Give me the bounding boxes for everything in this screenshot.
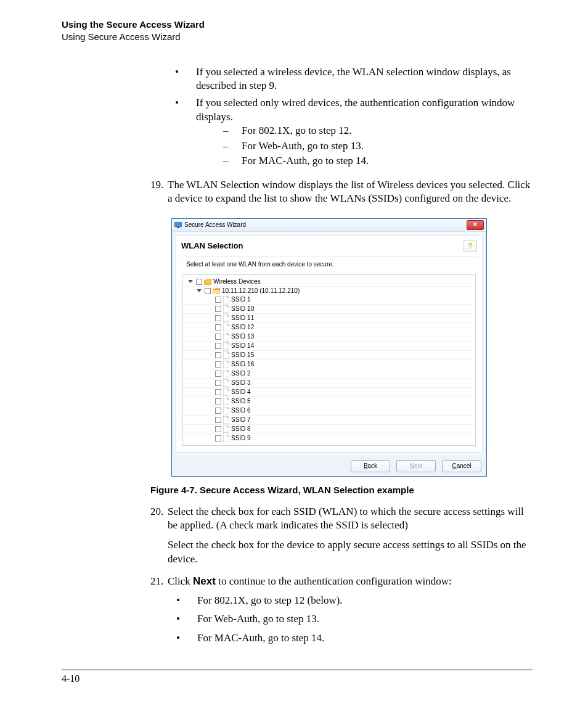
tree-row-ssid[interactable]: SSID 6 — [183, 406, 475, 415]
file-icon — [223, 333, 229, 340]
cancel-button[interactable]: Cancel — [442, 460, 481, 472]
tree-row-ssid[interactable]: SSID 13 — [183, 332, 475, 341]
checkbox[interactable] — [215, 389, 221, 395]
folder-open-icon — [213, 288, 220, 294]
tree-row-ssid[interactable]: SSID 5 — [183, 396, 475, 406]
sub-bullet-text: For MAC-Auth, go to step 14. — [197, 631, 324, 645]
tree-row-ssid[interactable]: SSID 8 — [183, 424, 475, 433]
tree-row-ssid[interactable]: SSID 2 — [183, 369, 475, 378]
bullet-icon: • — [166, 65, 196, 93]
checkbox[interactable] — [215, 426, 221, 432]
bullet-list-top: • If you selected a wireless device, the… — [166, 65, 533, 170]
file-icon — [223, 379, 229, 387]
tree-label: SSID 11 — [231, 314, 254, 322]
checkbox[interactable] — [215, 334, 221, 340]
file-icon — [223, 370, 229, 377]
sub-bullet-text: For 802.1X, go to step 12. — [242, 124, 352, 138]
page-header-subtitle: Using Secure Access Wizard — [62, 31, 533, 43]
step-text: Select the check box for each SSID (WLAN… — [168, 505, 533, 533]
checkbox[interactable] — [215, 380, 221, 386]
tree-label: SSID 3 — [231, 379, 251, 387]
dash-icon: – — [217, 124, 242, 138]
tree-row-ssid[interactable]: SSID 14 — [183, 341, 475, 350]
expand-icon[interactable] — [188, 280, 193, 283]
expand-icon[interactable] — [197, 289, 202, 292]
step-text: Select the check box for the device to a… — [168, 538, 533, 566]
checkbox[interactable] — [215, 315, 221, 321]
checkbox[interactable] — [215, 352, 221, 358]
tree-label: SSID 2 — [231, 369, 251, 377]
bullet-icon: • — [166, 96, 196, 169]
file-icon — [223, 407, 229, 414]
tree-label: SSID 10 — [231, 305, 254, 313]
wizard-subtext: Select at least one WLAN from each devic… — [186, 260, 477, 268]
tree-row-ssid[interactable]: SSID 4 — [183, 387, 475, 396]
checkbox[interactable] — [215, 398, 221, 404]
checkbox[interactable] — [205, 288, 211, 294]
checkbox[interactable] — [215, 297, 221, 303]
checkbox[interactable] — [215, 417, 221, 423]
tree-row-ssid[interactable]: SSID 9 — [183, 433, 475, 443]
tree-row-ssid[interactable]: SSID 1 — [183, 295, 475, 304]
tree-label: SSID 15 — [231, 351, 254, 359]
tree-row-ssid[interactable]: SSID 16 — [183, 359, 475, 369]
tree-row-ssid[interactable]: SSID 7 — [183, 415, 475, 424]
sub-bullet-text: For 802.1X, go to step 12 (below). — [197, 594, 343, 607]
checkbox[interactable] — [196, 279, 202, 285]
checkbox[interactable] — [215, 361, 221, 367]
checkbox[interactable] — [215, 343, 221, 349]
figure-wizard: Secure Access Wizard ✕ WLAN Selection ? … — [171, 218, 533, 477]
svg-rect-0 — [174, 222, 182, 227]
page-number: 4-10 — [62, 672, 80, 685]
file-icon — [223, 361, 229, 368]
tree-row-ssid[interactable]: SSID 3 — [183, 378, 475, 387]
bullet-text: If you selected only wired devices, the … — [196, 96, 533, 124]
help-icon: ? — [467, 242, 473, 250]
wizard-title: Secure Access Wizard — [184, 221, 246, 229]
tree-row-ssid[interactable]: SSID 15 — [183, 350, 475, 359]
tree-label: SSID 7 — [231, 416, 251, 424]
checkbox[interactable] — [215, 324, 221, 330]
file-icon — [223, 296, 229, 303]
checkbox[interactable] — [215, 408, 221, 414]
monitor-icon — [174, 222, 182, 228]
file-icon — [223, 416, 229, 424]
tree-row-root[interactable]: Wireless Devices — [183, 277, 475, 286]
step-number: 20. — [150, 505, 168, 567]
step-text: Click Next to continue to the authentica… — [168, 575, 533, 588]
tree-row-device[interactable]: 10.11.12.210 (10.11.12.210) — [183, 286, 475, 295]
file-icon — [223, 324, 229, 331]
back-button[interactable]: Back — [351, 460, 390, 472]
checkbox[interactable] — [215, 435, 221, 441]
file-icon — [223, 435, 229, 442]
tree-row-ssid[interactable]: SSID 10 — [183, 304, 475, 313]
tree-label: 10.11.12.210 (10.11.12.210) — [222, 287, 300, 295]
svg-text:?: ? — [468, 242, 472, 250]
svg-rect-1 — [177, 227, 179, 228]
help-button[interactable]: ? — [463, 240, 477, 252]
tree-label: SSID 14 — [231, 342, 254, 350]
tree-label: SSID 6 — [231, 406, 251, 414]
tree-label: Wireless Devices — [213, 277, 261, 285]
tree-label: SSID 5 — [231, 397, 251, 405]
bullet-icon: • — [168, 612, 197, 626]
step-number: 19. — [150, 178, 168, 206]
tree-label: SSID 1 — [231, 295, 251, 303]
close-button[interactable]: ✕ — [467, 220, 484, 230]
page-header-title: Using the Secure Access Wizard — [62, 18, 533, 31]
step-number: 21. — [150, 575, 168, 647]
checkbox[interactable] — [215, 306, 221, 312]
bullet-text: If you selected a wireless device, the W… — [196, 65, 533, 93]
figure-caption: Figure 4-7. Secure Access Wizard, WLAN S… — [150, 484, 533, 496]
tree-label: SSID 9 — [231, 434, 251, 442]
checkbox[interactable] — [215, 371, 221, 377]
tree-row-ssid[interactable]: SSID 11 — [183, 313, 475, 322]
tree-label: SSID 16 — [231, 360, 254, 368]
tree-row-ssid[interactable]: SSID 12 — [183, 322, 475, 332]
wizard-heading: WLAN Selection — [181, 240, 243, 251]
sub-bullet-text: For MAC-Auth, go to step 14. — [242, 154, 369, 168]
next-button[interactable]: Next — [396, 460, 436, 472]
file-icon — [223, 398, 229, 405]
bullet-icon: • — [168, 631, 197, 645]
sub-bullet-text: For Web-Auth, go to step 13. — [242, 139, 364, 153]
